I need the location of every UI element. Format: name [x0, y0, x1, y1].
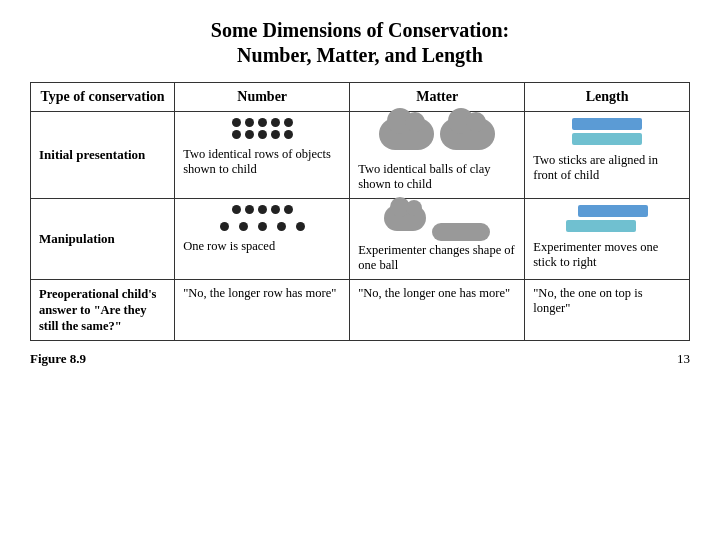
- cell-number-preop: "No, the longer row has more": [175, 280, 350, 341]
- number-initial-text: Two identical rows of objects shown to c…: [183, 147, 341, 177]
- dot-grid-manipulation: [232, 205, 293, 214]
- page-title: Some Dimensions of Conservation: Number,…: [211, 18, 509, 68]
- figure-label: Figure 8.9: [30, 351, 86, 367]
- dot: [258, 205, 267, 214]
- clouds-initial: [379, 118, 495, 154]
- length-preop-text: "No, the one on top is longer": [533, 286, 681, 316]
- dot: [258, 222, 267, 231]
- length-bar-base: [566, 220, 636, 232]
- footer: Figure 8.9 13: [30, 345, 690, 367]
- dot: [271, 130, 280, 139]
- dot: [232, 118, 241, 127]
- dot: [239, 222, 248, 231]
- dot: [277, 222, 286, 231]
- dot: [245, 130, 254, 139]
- dot: [245, 118, 254, 127]
- table-row: Preoperational child's answer to "Are th…: [31, 280, 690, 341]
- length-bars-manipulation: [566, 205, 648, 232]
- dot: [245, 205, 254, 214]
- clay-blob-icon: [432, 223, 490, 241]
- header-length: Length: [525, 83, 690, 112]
- dot: [271, 118, 280, 127]
- cell-matter-preop: "No, the longer one has more": [350, 280, 525, 341]
- cell-matter-manipulation: Experimenter changes shape of one ball: [350, 199, 525, 280]
- matter-initial-text: Two identical balls of clay shown to chi…: [358, 162, 516, 192]
- table-row: Manipulation: [31, 199, 690, 280]
- row-label-initial: Initial presentation: [31, 112, 175, 199]
- cloud-icon: [440, 118, 495, 150]
- header-number: Number: [175, 83, 350, 112]
- dot: [271, 205, 280, 214]
- cloud-icon: [379, 118, 434, 150]
- length-bar-offset: [578, 205, 648, 217]
- length-bar-bottom: [572, 133, 642, 145]
- dot-grid-initial: [232, 118, 293, 139]
- header-matter: Matter: [350, 83, 525, 112]
- matter-manipulation-text: Experimenter changes shape of one ball: [358, 243, 516, 273]
- dot: [258, 118, 267, 127]
- dot: [232, 130, 241, 139]
- length-manipulation-text: Experimenter moves one stick to right: [533, 240, 681, 270]
- cell-length-manipulation: Experimenter moves one stick to right: [525, 199, 690, 280]
- cell-matter-initial: Two identical balls of clay shown to chi…: [350, 112, 525, 199]
- row-label-manipulation: Manipulation: [31, 199, 175, 280]
- number-manipulation-text: One row is spaced: [183, 239, 341, 254]
- header-type: Type of conservation: [31, 83, 175, 112]
- dot: [232, 205, 241, 214]
- dot: [220, 222, 229, 231]
- conservation-table: Type of conservation Number Matter Lengt…: [30, 82, 690, 341]
- table-row: Initial presentation: [31, 112, 690, 199]
- dot: [284, 205, 293, 214]
- length-bar-top: [572, 118, 642, 130]
- dot-grid-spaced: [220, 222, 305, 231]
- cell-number-initial: Two identical rows of objects shown to c…: [175, 112, 350, 199]
- cell-number-manipulation: One row is spaced: [175, 199, 350, 280]
- number-preop-text: "No, the longer row has more": [183, 286, 341, 301]
- dot: [284, 130, 293, 139]
- dot: [284, 118, 293, 127]
- length-initial-text: Two sticks are aligned in front of child: [533, 153, 681, 183]
- length-bars-initial: [572, 118, 642, 145]
- matter-manipulation-visual: [384, 205, 490, 235]
- page-number: 13: [677, 351, 690, 367]
- row-label-preop: Preoperational child's answer to "Are th…: [31, 280, 175, 341]
- cell-length-initial: Two sticks are aligned in front of child: [525, 112, 690, 199]
- preop-label-text: Preoperational child's answer to "Are th…: [39, 287, 156, 333]
- cell-length-preop: "No, the one on top is longer": [525, 280, 690, 341]
- cloud-icon: [384, 205, 426, 231]
- dot: [258, 130, 267, 139]
- matter-preop-text: "No, the longer one has more": [358, 286, 516, 301]
- dot: [296, 222, 305, 231]
